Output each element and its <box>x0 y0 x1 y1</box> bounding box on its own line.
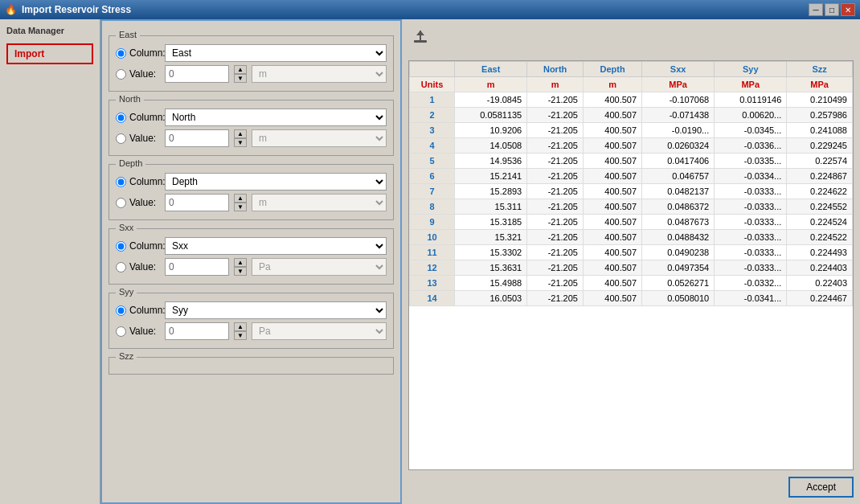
north-unit-select[interactable]: m <box>252 129 387 147</box>
sxx-unit-select[interactable]: Pa <box>252 258 387 276</box>
cell-value: -0.071438 <box>642 108 715 123</box>
cell-value: -0.0333... <box>715 230 787 245</box>
syy-spinner[interactable]: ▲ ▼ <box>234 322 247 340</box>
cell-value: -0.0345... <box>715 123 787 138</box>
table-row: 715.2893-21.205400.5070.0482137-0.0333..… <box>410 184 853 199</box>
upload-icon[interactable] <box>408 26 854 54</box>
north-value-radio[interactable] <box>116 133 126 144</box>
cell-value: 0.0260324 <box>642 138 715 154</box>
syy-column-select[interactable]: Syy <box>165 301 387 319</box>
cell-value: -0.0332... <box>715 276 787 291</box>
sxx-column-radio-label[interactable]: Column: <box>116 240 160 252</box>
depth-value-label: Value: <box>129 197 156 208</box>
east-column-select[interactable]: East <box>165 44 387 62</box>
depth-value-radio[interactable] <box>116 198 126 208</box>
north-column-select[interactable]: North <box>165 109 387 126</box>
syy-value-label: Value: <box>129 326 156 337</box>
depth-column-radio[interactable] <box>116 177 126 187</box>
table-row: 414.0508-21.205400.5070.0260324-0.0336..… <box>410 138 853 154</box>
cell-value: -0.0333... <box>715 184 787 199</box>
east-column-row: Column: East <box>116 44 387 62</box>
syy-spin-down[interactable]: ▼ <box>234 331 247 340</box>
sxx-spin-up[interactable]: ▲ <box>234 258 247 267</box>
row-number: 1 <box>410 92 455 108</box>
syy-value-radio-label[interactable]: Value: <box>116 326 160 337</box>
north-column-radio-label[interactable]: Column: <box>116 112 160 123</box>
cell-value: 15.3185 <box>455 215 527 230</box>
row-number: 9 <box>410 215 455 230</box>
east-spin-up[interactable]: ▲ <box>234 65 247 74</box>
data-table-container[interactable]: East North Depth Sxx Syy Szz Units m <box>408 60 854 470</box>
syy-value-row: Value: ▲ ▼ Pa <box>116 322 387 340</box>
cell-value: 400.507 <box>583 123 641 138</box>
cell-value: -0.0333... <box>715 245 787 260</box>
cell-value: 15.3302 <box>455 245 527 260</box>
svg-rect-0 <box>414 40 427 43</box>
depth-value-radio-label[interactable]: Value: <box>116 197 160 208</box>
depth-spin-up[interactable]: ▲ <box>234 194 247 203</box>
cell-value: 15.2893 <box>455 184 527 199</box>
svg-marker-2 <box>416 31 424 35</box>
north-spin-down[interactable]: ▼ <box>234 138 247 147</box>
depth-value-input[interactable] <box>165 194 229 211</box>
depth-spinner[interactable]: ▲ ▼ <box>234 194 247 211</box>
accept-button[interactable]: Accept <box>788 477 854 498</box>
sxx-column-radio[interactable] <box>116 241 126 252</box>
cell-value: -0.0334... <box>715 169 787 184</box>
syy-unit-select[interactable]: Pa <box>252 322 387 340</box>
sxx-value-radio-label[interactable]: Value: <box>116 261 160 272</box>
east-spin-down[interactable]: ▼ <box>234 74 247 83</box>
syy-value-radio[interactable] <box>116 326 126 337</box>
center-panel: East Column: East Value: <box>100 19 402 504</box>
sxx-column-row: Column: Sxx <box>116 237 387 255</box>
center-scroll[interactable]: East Column: East Value: <box>102 21 400 502</box>
east-value-radio-label[interactable]: Value: <box>116 68 160 80</box>
north-column-row: Column: North <box>116 109 387 126</box>
cell-value: 15.3631 <box>455 260 527 276</box>
east-value-input[interactable] <box>165 65 229 83</box>
depth-spin-down[interactable]: ▼ <box>234 203 247 211</box>
east-unit-select[interactable]: m <box>252 65 387 83</box>
close-button[interactable]: ✕ <box>841 3 855 16</box>
sxx-spin-down[interactable]: ▼ <box>234 267 247 276</box>
north-spinner[interactable]: ▲ ▼ <box>234 129 247 147</box>
depth-column-select[interactable]: Depth <box>165 173 387 191</box>
syy-column-label: Column: <box>129 305 166 316</box>
sxx-column-select[interactable]: Sxx <box>165 237 387 255</box>
north-spin-up[interactable]: ▲ <box>234 129 247 138</box>
north-column-radio[interactable] <box>116 113 126 123</box>
cell-value: 0.0488432 <box>642 230 715 245</box>
east-column-radio-label[interactable]: Column: <box>116 47 160 59</box>
sxx-value-radio[interactable] <box>116 262 126 272</box>
table-row: 514.9536-21.205400.5070.0417406-0.0335..… <box>410 154 853 169</box>
north-value-input[interactable] <box>165 129 229 147</box>
syy-value-input[interactable] <box>165 322 229 340</box>
syy-column-radio-label[interactable]: Column: <box>116 305 160 316</box>
cell-value: 15.4988 <box>455 276 527 291</box>
east-value-radio[interactable] <box>116 69 126 80</box>
sxx-value-label: Value: <box>129 261 156 272</box>
east-column-label: Column: <box>129 47 166 59</box>
north-value-radio-label[interactable]: Value: <box>116 133 160 144</box>
sxx-value-input[interactable] <box>165 258 229 276</box>
depth-unit-select[interactable]: m <box>252 194 387 211</box>
cell-value: -21.205 <box>527 291 584 306</box>
east-column-radio[interactable] <box>116 48 126 59</box>
minimize-button[interactable]: ─ <box>809 3 823 16</box>
cell-value: -0.0335... <box>715 154 787 169</box>
table-row: 1416.0503-21.205400.5070.0508010-0.0341.… <box>410 291 853 306</box>
depth-column-radio-label[interactable]: Column: <box>116 176 160 187</box>
depth-column-label: Column: <box>129 176 166 187</box>
cell-value: 0.0119146 <box>715 92 787 108</box>
cell-value: -0.107068 <box>642 92 715 108</box>
sidebar-item-import[interactable]: Import <box>6 43 93 64</box>
east-spinner[interactable]: ▲ ▼ <box>234 65 247 83</box>
east-value-label: Value: <box>129 68 156 80</box>
syy-column-radio[interactable] <box>116 305 126 316</box>
maximize-button[interactable]: □ <box>825 3 839 16</box>
th-east: East <box>455 62 527 77</box>
syy-spin-up[interactable]: ▲ <box>234 322 247 331</box>
sxx-spinner[interactable]: ▲ ▼ <box>234 258 247 276</box>
table-body: Units m m m MPa MPa MPa 1-19.0845-21.205… <box>410 77 853 306</box>
cell-value: -21.205 <box>527 276 584 291</box>
